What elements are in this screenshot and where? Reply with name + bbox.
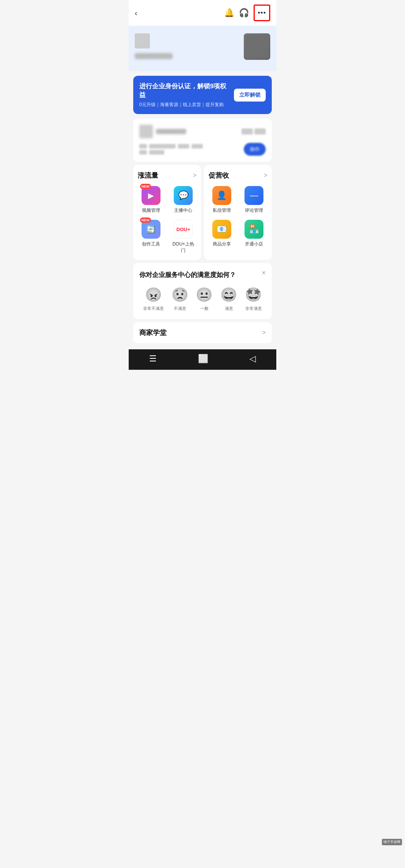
dou-plus-icon: DOU+ [176,227,190,232]
traffic-header: 涨流量 > [138,171,196,180]
traffic-icons-grid: NEW ▶ 视频管理 💬 主播中心 NEW 🔄 创作工具 [138,186,196,254]
video-management-icon-wrap: NEW ▶ [142,186,160,205]
profile-avatar [244,33,270,60]
academy-arrow-icon: > [262,329,266,336]
stats-card: 操作 [133,119,272,162]
revenue-title: 促营收 [209,171,229,180]
academy-title: 商家学堂 [139,328,167,337]
headset-icon[interactable]: 🎧 [239,8,249,18]
survey-neutral[interactable]: 😐 一般 [196,287,213,311]
feature-open-shop[interactable]: 🏪 开通小店 [241,220,268,247]
goods-share-label: 商品分享 [213,241,231,247]
header-left: ‹ [135,9,137,17]
header-right: 🔔 🎧 ••• [224,5,270,21]
survey-very-unsatisfied[interactable]: 😠 非常不满意 [143,287,164,311]
comment-icon: — [250,191,258,200]
anchor-center-label: 主播中心 [174,207,192,214]
more-dots-icon: ••• [258,9,266,17]
traffic-arrow-icon[interactable]: > [193,172,196,179]
anchor-center-icon-wrap: 💬 [174,186,193,205]
neutral-emoji: 😐 [196,287,213,303]
dm-management-label: 私信管理 [213,207,231,214]
dou-plus-label: DOU+上热门 [170,241,197,254]
academy-header[interactable]: 商家学堂 > [139,328,266,337]
avatar-image [244,33,270,60]
unlock-button[interactable]: 立即解锁 [234,89,266,102]
nav-menu-icon[interactable]: ☰ [149,354,157,364]
survey-card: × 你对企业服务中心的满意度如何？ 😠 非常不满意 😟 不满意 😐 一般 😄 满… [133,263,272,319]
stats-label-2 [139,150,147,155]
open-shop-label: 开通小店 [245,241,263,247]
create-tools-label: 创作工具 [142,241,160,247]
feature-anchor-center[interactable]: 💬 主播中心 [170,186,197,214]
feature-goods-share[interactable]: 📧 商品分享 [209,220,235,247]
stats-extra-2 [192,144,203,149]
comment-management-icon-wrap: — [245,186,263,205]
banner-text-content: 进行企业身份认证，解锁9项权益 0元升级｜海量客源｜线上卖货｜提升复购 [139,82,229,108]
notification-icon[interactable]: 🔔 [224,8,234,18]
feature-dm-management[interactable]: 👤 私信管理 [209,186,235,214]
stats-extra-1 [178,144,189,149]
revenue-header: 促营收 > [209,171,267,180]
very-unsatisfied-label: 非常不满意 [143,306,164,311]
stats-left [139,125,186,138]
nav-home-icon[interactable]: ⬜ [198,354,208,364]
feature-video-management[interactable]: NEW ▶ 视频管理 [138,186,164,214]
app-header: ‹ 🔔 🎧 ••• [129,0,276,26]
stats-value-1 [149,144,176,149]
stats-badges [241,128,266,135]
create-tools-icon-wrap: NEW 🔄 [142,220,160,239]
survey-unsatisfied[interactable]: 😟 不满意 [171,287,188,311]
feature-comment-management[interactable]: — 评论管理 [241,186,268,214]
feature-dou-plus[interactable]: DOU+ DOU+上热门 [170,220,197,254]
stats-badge-2 [254,128,266,135]
dm-management-icon-wrap: 👤 [212,186,231,205]
open-shop-icon-wrap: 🏪 [245,220,263,239]
traffic-title: 涨流量 [138,171,158,180]
video-management-label: 视频管理 [142,207,160,214]
stats-detail [139,144,203,155]
profile-info [135,33,173,59]
academy-section: 商家学堂 > [133,322,272,343]
dm-icon: 👤 [217,191,227,200]
anchor-icon: 💬 [178,191,188,200]
profile-section [129,26,276,71]
survey-very-satisfied[interactable]: 🤩 非常满意 [245,287,262,311]
stats-value-2 [149,150,164,155]
stats-shop-name [156,129,186,134]
goods-icon: 📧 [217,224,227,234]
very-satisfied-emoji: 🤩 [245,287,262,303]
stats-action-button[interactable]: 操作 [244,143,266,156]
nav-back-icon[interactable]: ◁ [249,354,256,364]
unsatisfied-label: 不满意 [174,306,186,311]
revenue-icons-grid: 👤 私信管理 — 评论管理 📧 商品分享 🏪 开通小店 [209,186,267,247]
new-badge-video: NEW [140,184,151,189]
goods-share-icon-wrap: 📧 [212,220,231,239]
unsatisfied-emoji: 😟 [171,287,188,303]
stats-badge-1 [241,128,253,135]
revenue-card: 促营收 > 👤 私信管理 — 评论管理 📧 商品分享 [204,165,272,260]
bottom-navigation: ☰ ⬜ ◁ [129,349,276,370]
very-unsatisfied-emoji: 😠 [145,287,162,303]
banner-subtitle: 0元升级｜海量客源｜线上卖货｜提升复购 [139,102,229,108]
neutral-label: 一般 [200,306,209,311]
stats-row-1 [139,125,266,138]
video-icon: ▶ [148,191,154,200]
very-satisfied-label: 非常满意 [245,306,262,311]
stats-label-1 [139,144,147,149]
back-button[interactable]: ‹ [135,9,137,17]
dou-plus-icon-wrap: DOU+ [174,220,193,239]
feature-create-tools[interactable]: NEW 🔄 创作工具 [138,220,164,254]
survey-satisfied[interactable]: 😄 满意 [220,287,237,311]
survey-options: 😠 非常不满意 😟 不满意 😐 一般 😄 满意 🤩 非常满意 [139,287,266,311]
revenue-arrow-icon[interactable]: > [264,172,267,179]
stats-line-1 [139,144,203,149]
more-menu-button[interactable]: ••• [254,5,270,21]
shop-icon: 🏪 [249,224,259,234]
survey-close-button[interactable]: × [262,269,266,277]
satisfied-label: 满意 [225,306,233,311]
banner-title: 进行企业身份认证，解锁9项权益 [139,82,229,99]
survey-title: 你对企业服务中心的满意度如何？ [139,271,266,279]
profile-icon-placeholder [135,33,150,48]
create-icon: 🔄 [146,225,156,234]
